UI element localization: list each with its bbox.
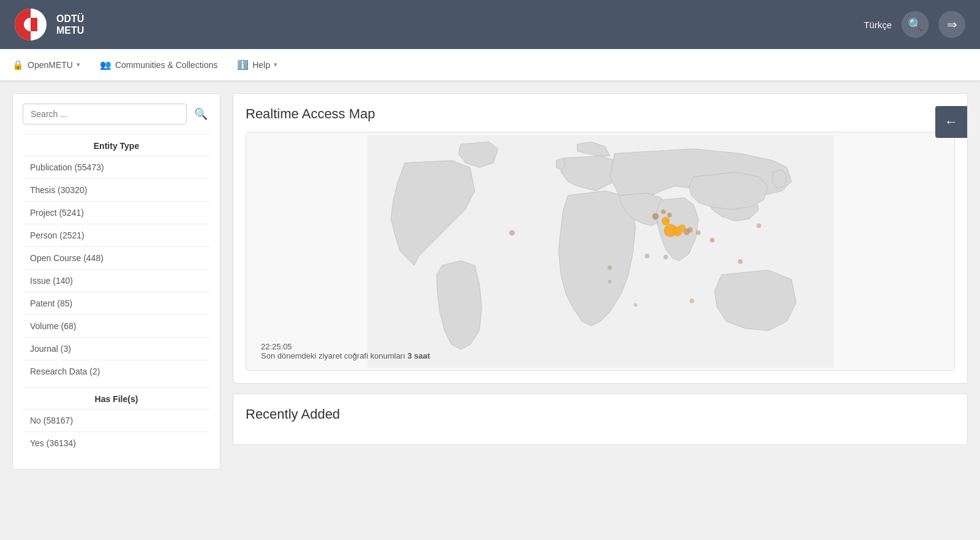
header-left: ODTÜ METU (15, 9, 84, 40)
map-dot (737, 259, 742, 264)
map-dot (661, 210, 666, 215)
map-dot (509, 230, 514, 235)
map-title: Realtime Access Map (246, 106, 955, 122)
world-map-svg (254, 135, 948, 368)
filter-research-data[interactable]: Research Data (2) (23, 360, 210, 382)
recently-added-title: Recently Added (246, 406, 955, 422)
has-files-filter: Has File(s) No (58167) Yes (36134) (23, 387, 210, 454)
nav-item-help[interactable]: ℹ️ Help ▾ (237, 59, 277, 70)
map-subtitle-bold: 3 saat (407, 351, 430, 360)
filter-thesis[interactable]: Thesis (30320) (23, 178, 210, 201)
nav-item-communities[interactable]: 👥 Communities & Collections (100, 59, 217, 70)
nav-label-openmetu: OpenMETU (28, 60, 73, 70)
login-button[interactable]: ⇒ (938, 11, 965, 38)
timestamp-value: 22:25:05 (261, 342, 292, 351)
logo-text: ODTÜ METU (56, 13, 84, 36)
map-section: ← Realtime Access Map (233, 93, 968, 384)
map-dot (696, 230, 701, 235)
filter-person[interactable]: Person (2521) (23, 224, 210, 246)
map-dot (607, 265, 612, 270)
search-input[interactable] (23, 104, 187, 124)
entity-type-title: Entity Type (23, 134, 210, 156)
info-icon: ℹ️ (237, 59, 249, 70)
map-dot (663, 254, 668, 259)
map-dot (687, 227, 692, 232)
map-dot (710, 238, 715, 243)
filter-open-course[interactable]: Open Course (448) (23, 246, 210, 269)
main-container: 🔍 Entity Type Publication (55473) Thesis… (0, 81, 980, 540)
has-files-title: Has File(s) (23, 387, 210, 409)
filter-patent[interactable]: Patent (85) (23, 292, 210, 314)
back-button[interactable]: ← (935, 106, 967, 138)
filter-no-files[interactable]: No (58167) (23, 409, 210, 432)
nav-item-openmetu[interactable]: 🔒 OpenMETU ▾ (12, 59, 80, 70)
filter-yes-files[interactable]: Yes (36134) (23, 432, 210, 454)
filter-journal[interactable]: Journal (3) (23, 337, 210, 360)
entity-type-filter: Entity Type Publication (55473) Thesis (… (23, 134, 210, 382)
language-switcher[interactable]: Türkçe (864, 20, 892, 30)
filter-volume[interactable]: Volume (68) (23, 314, 210, 337)
map-dot (689, 299, 694, 303)
recently-added-section: Recently Added (233, 394, 968, 445)
sidebar: 🔍 Entity Type Publication (55473) Thesis… (12, 93, 221, 470)
map-container: 22:25:05 Son dönemdeki ziyaret coğrafi k… (246, 132, 955, 371)
map-dot (644, 254, 649, 259)
map-dot (652, 213, 658, 220)
communities-icon: 👥 (100, 59, 111, 70)
search-row: 🔍 (23, 104, 210, 124)
map-dot (667, 213, 672, 218)
map-dot (633, 303, 637, 306)
chevron-down-icon-help: ▾ (274, 61, 277, 69)
search-submit-button[interactable]: 🔍 (192, 105, 210, 123)
chevron-down-icon: ▾ (77, 61, 80, 69)
content-area: ← Realtime Access Map (221, 93, 968, 528)
map-timestamp: 22:25:05 Son dönemdeki ziyaret coğrafi k… (261, 342, 430, 360)
nav-label-communities: Communities & Collections (115, 60, 217, 70)
search-button[interactable]: 🔍 (902, 11, 929, 38)
filter-issue[interactable]: Issue (140) (23, 269, 210, 292)
header: ODTÜ METU Türkçe 🔍 ⇒ (0, 0, 980, 49)
map-dot (756, 223, 761, 228)
world-map (246, 132, 954, 370)
header-right: Türkçe 🔍 ⇒ (864, 11, 965, 38)
filter-publication[interactable]: Publication (55473) (23, 156, 210, 178)
map-dot (662, 217, 670, 226)
lock-icon: 🔒 (12, 59, 24, 70)
map-subtitle-prefix: Son dönemdeki ziyaret coğrafi konumları (261, 351, 405, 360)
filter-project[interactable]: Project (5241) (23, 201, 210, 224)
navbar: 🔒 OpenMETU ▾ 👥 Communities & Collections… (0, 49, 980, 81)
map-dot (608, 280, 611, 283)
nav-label-help: Help (252, 60, 270, 70)
logo-icon (15, 9, 47, 40)
